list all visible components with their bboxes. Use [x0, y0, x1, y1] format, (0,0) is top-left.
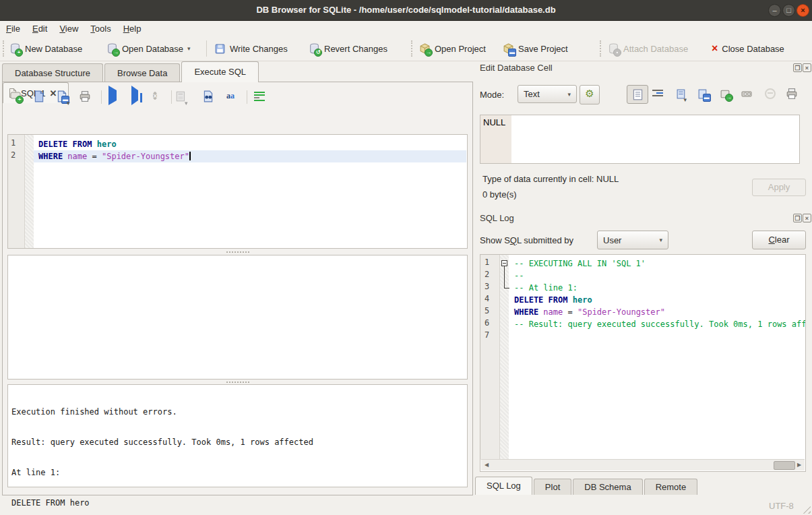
dock-tab-sql-log[interactable]: SQL Log — [475, 477, 532, 495]
fold-guide-line — [504, 266, 505, 288]
revert-changes-label: Revert Changes — [324, 44, 387, 54]
open-database-icon: → — [106, 43, 118, 55]
open-sql-file-icon[interactable] — [33, 90, 48, 105]
toolbar-grip[interactable] — [3, 40, 6, 57]
dock-tab-plot[interactable]: Plot — [534, 479, 571, 495]
toolbar: + New Database → Open Database ▾ Write C… — [0, 36, 812, 61]
editor-fold-margin — [25, 135, 34, 248]
menu-edit[interactable]: Edit — [26, 22, 53, 35]
open-database-button[interactable]: → Open Database ▾ — [106, 39, 191, 58]
tab-execute-sql[interactable]: Execute SQL — [181, 61, 259, 82]
line-number: 2 — [485, 270, 497, 282]
revert-changes-button[interactable]: ↺ Revert Changes — [309, 39, 387, 58]
editor-code[interactable]: DELETE FROM hero WHERE name = "Spider-Yo… — [34, 138, 466, 162]
set-null-button[interactable] — [761, 85, 779, 102]
menu-view[interactable]: View — [53, 22, 84, 35]
execute-sql-panel: + ▬ ▾ × ▾ aa — [2, 82, 473, 495]
save-sql-file-icon[interactable]: ▬ ▾ — [56, 90, 71, 105]
print-sql-icon[interactable] — [79, 90, 94, 105]
import-cell-data-button[interactable]: ▾ — [673, 85, 690, 102]
open-project-button[interactable]: → Open Project — [419, 39, 486, 58]
cell-size-info: 0 byte(s) — [482, 189, 517, 200]
toggle-display-icon[interactable] — [252, 90, 267, 105]
toolbar-grip[interactable] — [600, 40, 603, 57]
maximize-button[interactable]: □ — [782, 4, 795, 17]
resize-grip[interactable] — [802, 505, 811, 514]
minimize-button[interactable]: – — [768, 4, 781, 17]
cell-editor[interactable]: NULL — [480, 115, 800, 164]
sql-toolbar-separator — [171, 90, 172, 104]
titlebar[interactable]: DB Browser for SQLite - /home/user/code/… — [0, 0, 812, 21]
sql-toolbar-separator — [247, 90, 247, 104]
format-sql-icon[interactable]: aa — [226, 90, 241, 105]
word-wrap-button[interactable] — [650, 85, 667, 102]
open-database-label: Open Database — [122, 44, 183, 54]
toolbar-grip[interactable] — [411, 40, 414, 57]
copy-link-button[interactable] — [739, 85, 756, 102]
line-number: 1 — [485, 258, 497, 270]
sql-log-view[interactable]: 1 2 3 4 5 6 7 -- EXECUTING ALL IN 'SQL 1… — [480, 254, 806, 472]
app-window: DB Browser for SQLite - /home/user/code/… — [0, 0, 812, 515]
menu-file[interactable]: File — [0, 22, 26, 35]
editor-line-number-gutter: 1 2 — [8, 135, 25, 248]
new-sql-tab-icon[interactable]: + — [10, 90, 25, 105]
stop-execution-icon[interactable]: × — [151, 90, 166, 105]
dock-tab-db-schema[interactable]: DB Schema — [573, 479, 642, 495]
apply-button[interactable]: Apply — [752, 179, 806, 196]
log-filter-select[interactable]: User▾ — [597, 231, 668, 249]
log-horizontal-scrollbar[interactable]: ◀ ▶ — [481, 459, 805, 471]
float-dock-icon[interactable]: ❐ — [793, 63, 802, 72]
clear-log-button[interactable]: Clear — [752, 231, 806, 249]
text-cursor — [189, 152, 191, 160]
close-dock-icon[interactable]: × — [803, 214, 811, 222]
status-line: DELETE FROM hero — [11, 498, 464, 508]
dock-tab-remote[interactable]: Remote — [644, 479, 698, 495]
open-project-label: Open Project — [435, 44, 486, 54]
results-status-splitter[interactable] — [7, 380, 468, 384]
auto-apply-button[interactable]: ⚙ — [580, 85, 600, 104]
close-button[interactable]: × — [797, 4, 809, 17]
code-line-1: DELETE FROM hero — [34, 138, 466, 150]
line-number: 6 — [485, 318, 497, 330]
execute-line-icon[interactable] — [128, 90, 143, 105]
tab-browse-data[interactable]: Browse Data — [104, 63, 180, 82]
find-icon[interactable] — [202, 90, 217, 105]
encoding-indicator[interactable]: UTF-8 — [769, 501, 794, 511]
scroll-left-icon[interactable]: ◀ — [481, 460, 492, 470]
sql-editor[interactable]: 1 2 DELETE FROM hero WHERE name = "Spide… — [7, 134, 468, 249]
close-database-label: Close Database — [722, 44, 784, 54]
fold-collapse-icon[interactable] — [501, 260, 507, 266]
sql-log-dock-title: SQL Log — [480, 213, 514, 223]
execution-status-pane[interactable]: Execution finished without errors. Resul… — [7, 384, 468, 487]
close-dock-icon[interactable]: × — [803, 63, 811, 72]
cell-mode-select[interactable]: Text▾ — [518, 85, 577, 103]
new-database-button[interactable]: + New Database — [9, 39, 82, 58]
menu-tools[interactable]: Tools — [84, 22, 117, 35]
scroll-right-icon[interactable]: ▶ — [794, 460, 805, 470]
editor-results-splitter[interactable] — [7, 250, 468, 253]
results-pane[interactable] — [7, 255, 468, 380]
chevron-down-icon: ▾ — [567, 91, 571, 98]
line-number: 2 — [11, 150, 23, 162]
attach-database-button[interactable]: • Attach Database — [608, 39, 688, 58]
open-project-icon: → — [419, 43, 431, 55]
close-database-button[interactable]: × Close Database — [712, 39, 784, 58]
line-number: 5 — [485, 306, 497, 318]
export-cell-data-button[interactable]: ▬ — [694, 85, 712, 102]
float-dock-icon[interactable]: ❐ — [793, 214, 802, 222]
open-database-dropdown[interactable]: ▾ — [187, 45, 191, 52]
text-mode-button[interactable] — [627, 85, 648, 104]
write-changes-icon — [214, 43, 226, 55]
log-code: -- EXECUTING ALL IN 'SQL 1' -- -- At lin… — [509, 258, 805, 342]
save-results-icon[interactable]: ▾ — [175, 90, 190, 105]
menu-help[interactable]: Help — [117, 22, 148, 35]
execute-all-icon[interactable] — [105, 90, 120, 105]
scrollbar-thumb[interactable] — [774, 461, 795, 470]
write-changes-button[interactable]: Write Changes — [214, 39, 288, 58]
print-cell-button[interactable] — [783, 85, 801, 102]
tab-database-structure[interactable]: Database Structure — [2, 63, 103, 82]
null-icon — [765, 88, 776, 99]
save-project-button[interactable]: ▬ Save Project — [503, 39, 568, 58]
code-line-2: WHERE name = "Spider-Youngster" — [34, 150, 466, 162]
open-in-external-button[interactable]: → — [716, 85, 734, 102]
